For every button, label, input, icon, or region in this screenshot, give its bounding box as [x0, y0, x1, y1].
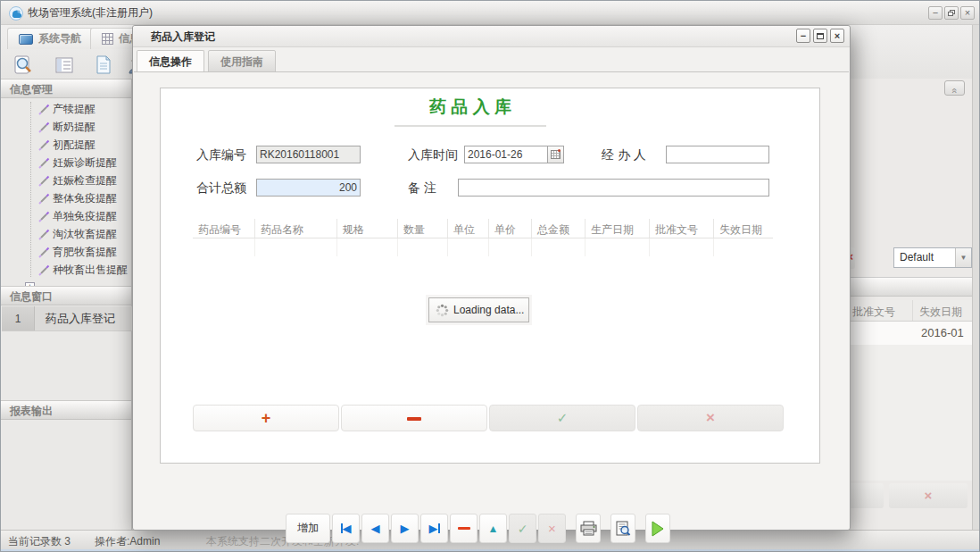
wand-icon	[38, 229, 50, 240]
remark-field[interactable]	[458, 179, 769, 197]
row-add-button[interactable]: +	[193, 405, 339, 431]
tab-system-nav[interactable]: 系统导航	[7, 28, 93, 49]
document-button[interactable]	[87, 52, 120, 78]
default-dropdown[interactable]: Default ▼	[893, 247, 972, 268]
dialog-minimize-button[interactable]: −	[796, 29, 810, 43]
delete-record-button[interactable]	[450, 514, 478, 543]
tree-item-fattening-livestock[interactable]: 育肥牧畜提醒	[1, 243, 131, 261]
wand-icon	[38, 193, 50, 205]
col-approval-number: 批准文号	[650, 219, 714, 238]
tree-item-label: 妊娠检查提醒	[53, 173, 117, 188]
search-document-button[interactable]	[7, 52, 41, 78]
cancel-record-button[interactable]: ×	[538, 514, 566, 543]
document-icon	[96, 55, 112, 74]
tree-item-label: 单独免疫提醒	[53, 209, 117, 224]
wand-icon	[38, 121, 50, 133]
dialog-maximize-button[interactable]	[813, 29, 827, 43]
tree-item-weaning[interactable]: 断奶提醒	[1, 118, 131, 136]
app-window: 牧场管理系统(非注册用户) − × 系统导航 信息	[0, 0, 980, 552]
print-preview-icon	[615, 521, 631, 537]
row-remove-button[interactable]	[341, 405, 487, 431]
drug-inbound-dialog: 药品入库登记 − × 信息操作 使用指南 药 品 入 库 入库编号 入库时间 经…	[132, 25, 851, 531]
col-drug-name: 药品名称	[255, 219, 337, 238]
background-panel-header	[846, 277, 972, 297]
tree-item-overall-immunity[interactable]: + 整体免疫提醒	[1, 189, 131, 207]
row-confirm-button[interactable]: ✓	[489, 405, 635, 431]
tree-item-pregnancy-check[interactable]: 妊娠检查提醒	[1, 171, 131, 189]
minimize-button[interactable]: −	[928, 6, 943, 20]
wand-icon	[38, 264, 50, 276]
dialog-close-button[interactable]: ×	[830, 29, 844, 43]
print-button[interactable]	[576, 514, 601, 543]
form-panel: 药 品 入 库 入库编号 入库时间 经 办 人 合计总额 备 注	[160, 88, 820, 464]
section-info-management[interactable]: 信息管理	[1, 79, 131, 98]
expiry-cell-value: 2016-01	[921, 326, 964, 339]
background-table-body	[846, 345, 972, 481]
collapse-panel-button[interactable]: «	[944, 80, 965, 96]
tree-item-label: 断奶提醒	[53, 120, 96, 135]
info-row-label: 药品入库登记	[35, 306, 132, 330]
first-record-button[interactable]: ◀	[332, 514, 360, 543]
remark-label: 备 注	[408, 179, 436, 197]
tree-item-calving[interactable]: 产犊提醒	[1, 100, 131, 118]
main-titlebar: 牧场管理系统(非注册用户) − ×	[1, 1, 979, 25]
tab-info-operation[interactable]: 信息操作	[137, 50, 204, 72]
tree-item-first-mating[interactable]: 初配提醒	[1, 136, 131, 154]
printer-icon	[580, 521, 597, 536]
app-title: 牧场管理系统(非注册用户)	[28, 1, 153, 25]
dropdown-value: Default	[900, 251, 934, 263]
background-cancel-button[interactable]: ×	[889, 483, 968, 508]
last-record-button[interactable]: ▶	[420, 514, 448, 543]
chevron-down-icon[interactable]: ▼	[955, 248, 971, 267]
minus-icon	[407, 417, 421, 421]
tab-user-guide[interactable]: 使用指南	[208, 50, 276, 72]
next-record-button[interactable]: ▶	[391, 514, 419, 543]
sidebar: 信息管理 产犊提醒 断奶提醒 初配提醒 妊娠诊断提醒 妊娠检查提醒	[1, 79, 132, 530]
section-report-output[interactable]: 报表输出	[1, 400, 131, 420]
inbound-code-field[interactable]	[256, 146, 361, 163]
run-button[interactable]	[645, 514, 670, 543]
wand-icon	[38, 157, 50, 169]
col-total-amount: 总金额	[532, 219, 586, 238]
tree-item-cull-livestock[interactable]: 淘汰牧畜提醒	[1, 225, 131, 243]
loading-indicator: Loading data...	[428, 297, 529, 322]
tree-item-breeding-stock-sale[interactable]: 种牧畜出售提醒	[1, 261, 131, 279]
operator: 操作者:Admin	[95, 534, 160, 549]
post-record-button[interactable]: ✓	[509, 514, 536, 543]
background-table-row[interactable]: 2016-01	[846, 322, 972, 345]
total-amount-field[interactable]	[256, 179, 361, 197]
handler-field[interactable]	[666, 146, 769, 163]
background-table-header: 批准文号 失效日期	[846, 300, 972, 322]
col-expiry-date: 失效日期	[714, 219, 773, 238]
report-icon	[54, 56, 74, 74]
report-button[interactable]	[47, 52, 81, 78]
dialog-title: 药品入库登记	[151, 29, 215, 45]
print-preview-button[interactable]	[610, 514, 635, 543]
form-title: 药 品 入 库	[394, 96, 546, 127]
dialog-body: 药 品 入 库 入库编号 入库时间 经 办 人 合计总额 备 注	[134, 71, 849, 529]
col-unit-price: 单价	[489, 219, 532, 238]
tree-item-label: 初配提醒	[53, 138, 96, 153]
app-logo-cloud-icon	[9, 6, 24, 21]
tree-item-individual-immunity[interactable]: + 单独免疫提醒	[1, 207, 131, 225]
restore-button[interactable]	[944, 6, 959, 20]
date-picker-button[interactable]	[547, 146, 563, 163]
previous-record-button[interactable]: ◀	[361, 514, 389, 543]
add-record-button[interactable]: 增加	[286, 514, 330, 543]
play-icon	[651, 521, 665, 537]
dialog-tabs: 信息操作 使用指南	[137, 50, 276, 72]
close-button[interactable]: ×	[960, 6, 975, 20]
monitor-icon	[19, 34, 33, 45]
col-quantity: 数量	[398, 219, 448, 238]
row-cancel-button[interactable]: ×	[637, 405, 784, 431]
col-production-date: 生产日期	[586, 219, 650, 238]
drug-grid-header: 药品编号 药品名称 规格 数量 单位 单价 总金额 生产日期 批准文号 失效日期	[193, 219, 773, 238]
section-info-window[interactable]: 信息窗口	[1, 286, 131, 305]
info-window-row[interactable]: 1 药品入库登记	[2, 306, 132, 331]
tree-item-label: 产犊提醒	[53, 102, 96, 117]
record-count: 当前记录数 3	[8, 534, 71, 549]
background-button-row: ×	[846, 483, 972, 510]
edit-record-button[interactable]: ▲	[479, 514, 507, 543]
tree-item-pregnancy-diagnosis[interactable]: 妊娠诊断提醒	[1, 154, 131, 171]
dialog-toolbar: 增加 ◀ ◀ ▶ ▶ ▲ ✓ ×	[286, 514, 670, 543]
